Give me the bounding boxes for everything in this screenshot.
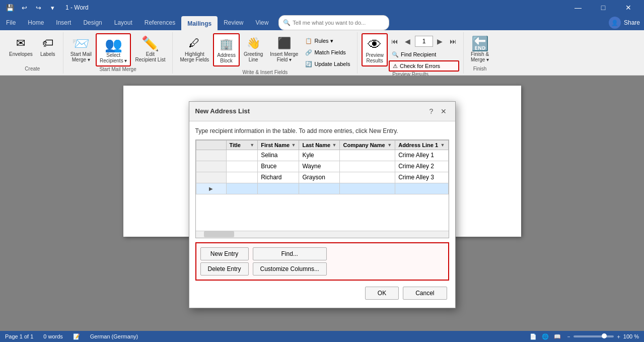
row-3-first-name[interactable]: Richard <box>258 172 299 183</box>
col-address-line1-dropdown[interactable]: ▼ <box>441 143 445 148</box>
undo-qat-button[interactable]: ↩ <box>18 2 30 14</box>
check-for-errors-button[interactable]: ⚠ Check for Errors <box>389 60 459 72</box>
col-first-name-dropdown[interactable]: ▼ <box>292 143 296 148</box>
minimize-button[interactable]: — <box>566 0 590 15</box>
tab-insert[interactable]: Insert <box>50 15 77 30</box>
customize-qat-button[interactable]: ▾ <box>46 2 58 14</box>
tab-review[interactable]: Review <box>218 15 249 30</box>
new-entry-button[interactable]: New Entry <box>200 247 249 260</box>
zoom-in-button[interactable]: ＋ <box>616 333 621 340</box>
address-table-scroll[interactable]: Title▼ First Name▼ Last Name▼ <box>196 140 449 231</box>
update-labels-label: Update Labels <box>314 61 350 67</box>
view-read-icon[interactable]: 📖 <box>554 333 561 340</box>
col-address-line1[interactable]: Address Line 1▼ <box>395 140 448 150</box>
find-button[interactable]: Find... <box>253 247 327 260</box>
preview-results-button[interactable]: 👁 PreviewResults <box>362 33 388 66</box>
title-bar: 💾 ↩ ↪ ▾ 1 - Word — □ ✕ <box>0 0 644 15</box>
close-button[interactable]: ✕ <box>617 0 640 15</box>
edit-recipient-list-button[interactable]: ✏️ EditRecipient List <box>132 33 168 64</box>
preview-nav-group: ⏮ ◀ ▶ ⏭ 🔍 Find Recipient ⚠ Check for Err… <box>389 33 459 72</box>
proofing-icon: 📝 <box>73 333 80 340</box>
row-2-company-name[interactable] <box>340 161 395 172</box>
find-recipient-button[interactable]: 🔍 Find Recipient <box>389 49 459 60</box>
labels-button[interactable]: 🏷 Labels <box>37 33 59 59</box>
ribbon-content: ✉ Envelopes 🏷 Labels Create 📨 Start Mail… <box>0 30 644 76</box>
redo-qat-button[interactable]: ↪ <box>32 2 44 14</box>
row-1-title[interactable] <box>226 150 258 161</box>
search-input[interactable] <box>293 20 383 26</box>
greeting-line-button[interactable]: 👋 GreetingLine <box>241 33 266 64</box>
row-new-last-name[interactable] <box>299 183 340 194</box>
col-title[interactable]: Title▼ <box>226 140 258 150</box>
save-qat-button[interactable]: 💾 <box>4 2 16 14</box>
row-3-last-name[interactable]: Grayson <box>299 172 340 183</box>
col-last-name[interactable]: Last Name▼ <box>299 140 340 150</box>
rules-button[interactable]: 📋 Rules ▾ <box>302 35 353 46</box>
col-last-name-dropdown[interactable]: ▼ <box>332 143 337 148</box>
row-3-address-line1[interactable]: Crime Alley 3 <box>395 172 448 183</box>
cancel-button[interactable]: Cancel <box>403 287 447 300</box>
view-normal-icon[interactable]: 📄 <box>530 333 537 340</box>
update-labels-icon: 🔄 <box>305 61 312 67</box>
zoom-slider[interactable] <box>574 335 614 337</box>
record-number-input[interactable] <box>415 36 433 47</box>
modal-help-button[interactable]: ? <box>426 106 437 117</box>
col-first-name[interactable]: First Name▼ <box>258 140 299 150</box>
customize-columns-button[interactable]: Customize Columns... <box>253 262 327 276</box>
select-recipients-button[interactable]: 👥 SelectRecipients ▾ <box>96 33 131 66</box>
row-3-title[interactable] <box>226 172 258 183</box>
update-labels-button[interactable]: 🔄 Update Labels <box>302 58 353 70</box>
tab-view[interactable]: View <box>250 15 275 30</box>
ok-button[interactable]: OK <box>365 287 399 300</box>
last-record-button[interactable]: ⏭ <box>447 35 459 47</box>
row-new-first-name[interactable] <box>258 183 299 194</box>
col-title-dropdown[interactable]: ▼ <box>250 143 254 148</box>
row-1-address-line1[interactable]: Crime Alley 1 <box>395 150 448 161</box>
row-2-last-name[interactable]: Wayne <box>299 161 340 172</box>
tab-mailings[interactable]: Mailings <box>181 16 218 31</box>
zoom-out-button[interactable]: － <box>566 333 571 340</box>
start-mail-merge-button[interactable]: 📨 Start MailMerge ▾ <box>67 33 95 64</box>
view-web-icon[interactable]: 🌐 <box>542 333 549 340</box>
tab-layout[interactable]: Layout <box>108 15 138 30</box>
start-mail-merge-items: 📨 Start MailMerge ▾ 👥 SelectRecipients ▾… <box>67 33 169 66</box>
finish-merge-button[interactable]: 🔚 Finish &Merge ▾ <box>468 33 492 64</box>
scrollbar-thumb[interactable] <box>204 231 234 237</box>
prev-record-button[interactable]: ◀ <box>402 35 414 47</box>
ribbon-search[interactable]: 🔍 <box>278 15 389 30</box>
address-block-button[interactable]: 🏢 AddressBlock <box>213 33 240 66</box>
finish-merge-label: Finish &Merge ▾ <box>471 51 489 62</box>
table-scrollbar[interactable] <box>196 231 449 238</box>
row-2-title[interactable] <box>226 161 258 172</box>
first-record-button[interactable]: ⏮ <box>389 35 401 47</box>
row-2-address-line1[interactable]: Crime Alley 2 <box>395 161 448 172</box>
highlight-merge-fields-button[interactable]: 🖊 HighlightMerge Fields <box>177 33 212 64</box>
modal-close-button[interactable]: ✕ <box>438 106 449 117</box>
tab-design[interactable]: Design <box>77 15 108 30</box>
col-company-name-dropdown[interactable]: ▼ <box>387 143 392 148</box>
user-avatar[interactable]: 👤 <box>609 17 621 29</box>
maximize-button[interactable]: □ <box>592 0 615 15</box>
tab-file[interactable]: File <box>0 15 22 30</box>
row-new-address-line1[interactable] <box>395 183 448 194</box>
row-2-first-name[interactable]: Bruce <box>258 161 299 172</box>
envelopes-button[interactable]: ✉ Envelopes <box>6 33 36 59</box>
modal-controls: ? ✕ <box>426 106 449 117</box>
write-insert-items: 🖊 HighlightMerge Fields 🏢 AddressBlock 👋… <box>177 33 353 70</box>
share-button[interactable]: Share <box>624 19 640 26</box>
insert-merge-field-button[interactable]: ⬛ Insert MergeField ▾ <box>267 33 301 64</box>
row-new-title[interactable] <box>226 183 258 194</box>
row-3-company-name[interactable] <box>340 172 395 183</box>
edit-recipient-list-icon: ✏️ <box>142 35 158 51</box>
ribbon-group-start-mail-merge: 📨 Start MailMerge ▾ 👥 SelectRecipients ▾… <box>63 32 173 74</box>
row-1-first-name[interactable]: Selina <box>258 150 299 161</box>
match-fields-button[interactable]: 🔗 Match Fields <box>302 47 353 58</box>
tab-home[interactable]: Home <box>22 15 50 30</box>
row-1-company-name[interactable] <box>340 150 395 161</box>
delete-entry-button[interactable]: Delete Entry <box>200 262 249 276</box>
tab-references[interactable]: References <box>138 15 181 30</box>
row-1-last-name[interactable]: Kyle <box>299 150 340 161</box>
next-record-button[interactable]: ▶ <box>434 35 446 47</box>
row-new-company-name[interactable] <box>340 183 395 194</box>
col-company-name[interactable]: Company Name▼ <box>340 140 395 150</box>
